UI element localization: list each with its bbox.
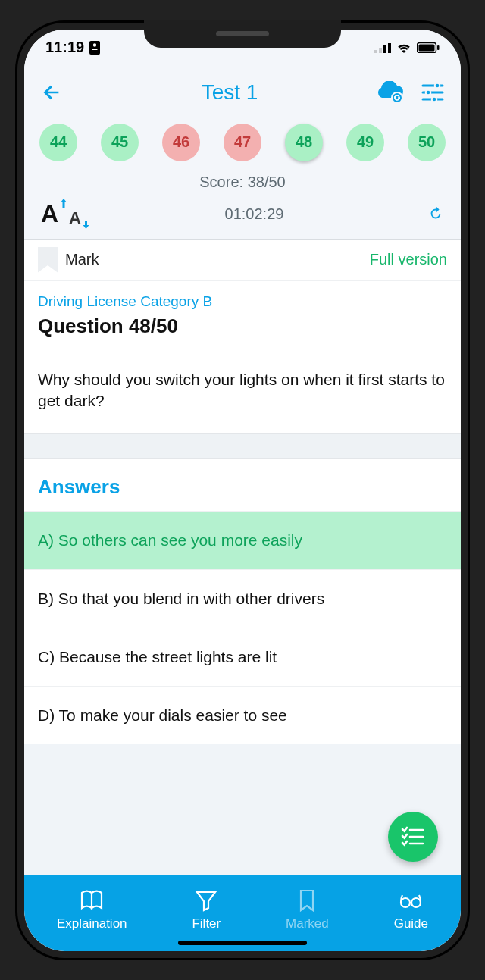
question-chip-46[interactable]: 46 (162, 124, 200, 161)
question-chip-50[interactable]: 50 (408, 124, 446, 161)
cloud-sync-icon[interactable] (374, 81, 405, 104)
bottom-nav: Explaination Filter Marked Guide (24, 875, 461, 951)
svg-point-15 (426, 89, 431, 95)
question-chip-44[interactable]: 44 (39, 124, 77, 161)
svg-point-2 (93, 43, 96, 46)
home-indicator[interactable] (178, 941, 307, 945)
nav-explain[interactable]: Explaination (57, 888, 127, 931)
answer-option-b[interactable]: B) So that you blend in with other drive… (24, 569, 461, 628)
bookmark-outline-icon (294, 888, 320, 913)
svg-rect-9 (437, 45, 440, 50)
status-card-icon (89, 40, 101, 55)
svg-point-20 (401, 898, 410, 907)
font-increase-button[interactable]: A (41, 200, 58, 228)
book-icon (79, 888, 105, 913)
svg-rect-6 (388, 43, 391, 53)
question-chip-47[interactable]: 47 (224, 124, 261, 161)
timer-value: 01:02:29 (225, 205, 284, 223)
checklist-icon (400, 826, 426, 847)
screen-title: Test 1 (62, 80, 397, 105)
question-chip-49[interactable]: 49 (346, 124, 384, 161)
phone-frame: 11:19 Test 1 44454647484950 (15, 20, 470, 960)
phone-screen: 11:19 Test 1 44454647484950 (24, 30, 461, 951)
back-button[interactable] (41, 82, 62, 103)
svg-rect-8 (419, 44, 435, 51)
svg-point-16 (432, 96, 437, 102)
category-label: Driving License Category B (38, 293, 447, 310)
mark-button[interactable]: Mark (38, 247, 99, 273)
score-label: Score: 38/50 (24, 169, 461, 196)
mark-label: Mark (65, 251, 99, 268)
svg-rect-1 (92, 49, 98, 50)
question-text: Why should you switch your lights on whe… (24, 352, 461, 434)
signal-icon (374, 42, 391, 53)
section-gap (24, 433, 461, 459)
glasses-icon (398, 888, 424, 913)
settings-sliders-icon[interactable] (421, 83, 444, 102)
nav-marked[interactable]: Marked (286, 888, 329, 931)
answer-option-c[interactable]: C) Because the street lights are lit (24, 628, 461, 686)
funnel-icon (193, 888, 219, 913)
status-time: 11:19 (45, 39, 84, 56)
svg-point-14 (435, 83, 440, 88)
question-chips-row[interactable]: 44454647484950 (24, 119, 461, 169)
svg-rect-5 (383, 45, 386, 53)
nav-explain-label: Explaination (57, 916, 127, 931)
wifi-icon (396, 42, 412, 54)
bookmark-icon (38, 247, 58, 273)
question-meta: Driving License Category B Question 48/5… (24, 281, 461, 352)
phone-notch (144, 20, 341, 48)
timer-row: A A 01:02:29 (24, 196, 461, 240)
svg-point-21 (411, 898, 421, 907)
nav-filter[interactable]: Filter (192, 888, 221, 931)
svg-rect-3 (374, 50, 377, 53)
nav-filter-label: Filter (192, 916, 221, 931)
nav-guide-label: Guide (394, 916, 428, 931)
question-chip-45[interactable]: 45 (101, 124, 139, 161)
svg-point-10 (392, 92, 402, 103)
answer-option-a[interactable]: A) So others can see you more easily (24, 511, 461, 569)
checklist-fab[interactable] (388, 812, 438, 862)
battery-icon (417, 42, 440, 53)
question-chip-48[interactable]: 48 (285, 124, 323, 161)
nav-marked-label: Marked (286, 916, 329, 931)
refresh-button[interactable] (427, 205, 444, 222)
answers-header: Answers (24, 459, 461, 511)
svg-rect-4 (379, 48, 382, 53)
mark-bar: Mark Full version (24, 240, 461, 281)
nav-bar: Test 1 (24, 66, 461, 119)
full-version-link[interactable]: Full version (370, 251, 447, 268)
question-number: Question 48/50 (38, 315, 447, 338)
font-decrease-button[interactable]: A (69, 208, 81, 228)
nav-guide[interactable]: Guide (394, 888, 428, 931)
answer-option-d[interactable]: D) To make your dials easier to see (24, 686, 461, 744)
svg-rect-0 (89, 41, 100, 55)
